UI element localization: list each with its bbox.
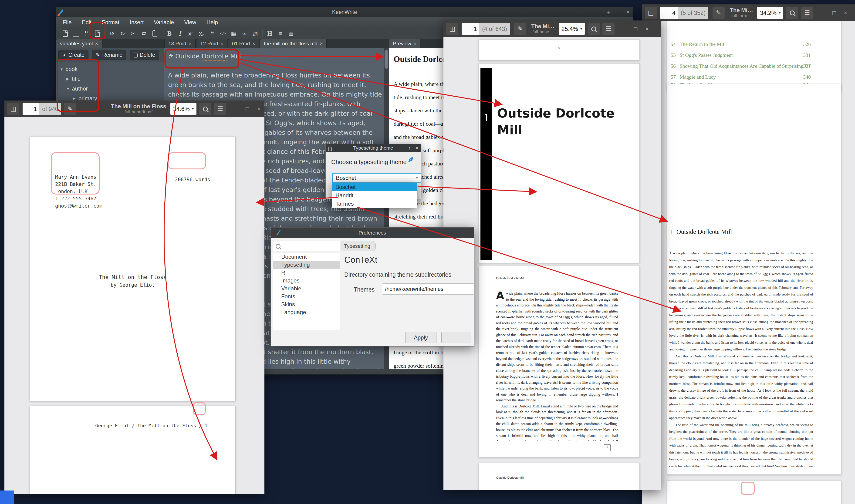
apply-button[interactable]: Apply <box>405 332 437 343</box>
zoom-control[interactable]: 34.6%▾ <box>171 103 196 115</box>
theme-dropdown[interactable]: Boschet ▾ <box>332 173 421 183</box>
category-r[interactable]: R <box>273 269 340 277</box>
blockquote-button[interactable]: ❝ <box>207 29 218 39</box>
menu-help[interactable]: Help <box>207 19 218 25</box>
export-pdf-button[interactable] <box>92 29 103 39</box>
page-number-input[interactable]: 1 <box>462 23 479 35</box>
tab-the-mill-on-the-floss[interactable]: the-mill-on-the-floss.md× <box>260 39 327 48</box>
category-typesetting[interactable]: Typesetting <box>273 261 340 269</box>
menu-file[interactable]: File <box>63 19 72 25</box>
dialog-titlebar[interactable]: Typesetting theme ↑ × <box>326 144 421 152</box>
edit-pencil-button[interactable]: ✎ <box>64 103 76 115</box>
expand-icon[interactable]: ▶ <box>66 77 72 81</box>
pdf-content[interactable]: 54 The Return to the Mill 326 55 St Ogg'… <box>642 21 855 504</box>
maximize-button[interactable]: + <box>607 8 610 16</box>
zoom-control[interactable]: 25.4%▾ <box>559 23 585 35</box>
superscript-button[interactable]: x² <box>185 29 196 39</box>
preferences-search-input[interactable] <box>273 241 342 251</box>
tab-18rmd[interactable]: 18.Rmd× <box>164 39 196 48</box>
close-button[interactable]: × <box>645 25 649 32</box>
maximize-button[interactable]: □ <box>833 10 836 16</box>
delete-variable-button[interactable]: Delete <box>130 50 159 60</box>
expand-icon[interactable]: ▶ <box>73 96 78 101</box>
minimize-button[interactable]: − <box>234 106 238 112</box>
tab-01rmd[interactable]: 01.Rmd× <box>228 39 259 48</box>
minimize-button[interactable]: − <box>622 25 626 32</box>
zoom-control[interactable]: 34.2%▾ <box>757 7 783 19</box>
page-number-input[interactable]: 1 <box>22 103 39 115</box>
category-skins[interactable]: Skins <box>273 301 340 308</box>
code-block-button[interactable]: ▦ <box>228 29 239 39</box>
menu-button[interactable]: ☰ <box>214 103 226 115</box>
expand-icon[interactable]: ▼ <box>60 67 66 71</box>
page-number-control[interactable]: 4 (5 of 352) <box>660 7 708 19</box>
menu-button[interactable]: ☰ <box>602 23 614 35</box>
menu-insert[interactable]: Insert <box>130 19 144 25</box>
edit-pencil-button[interactable]: ✎ <box>514 23 526 35</box>
bold-button[interactable]: B <box>164 29 175 39</box>
category-variable[interactable]: Variable <box>273 285 340 292</box>
ok-button-partial[interactable] <box>441 332 471 343</box>
tab-12rmd[interactable]: 12.Rmd× <box>196 39 228 48</box>
maximize-button[interactable]: ↑ <box>408 145 410 151</box>
menu-view[interactable]: View <box>184 19 196 25</box>
sidebar-toggle-button[interactable]: ◫ <box>645 7 657 19</box>
edit-pencil-button[interactable]: ✎ <box>713 7 725 19</box>
paste-button[interactable] <box>149 29 160 39</box>
page-number-input[interactable]: 4 <box>660 7 678 19</box>
page-number-control[interactable]: 1 (4 of 643) <box>462 23 510 35</box>
new-file-button[interactable] <box>60 29 71 39</box>
search-button[interactable] <box>199 103 211 115</box>
close-button[interactable]: × <box>415 145 418 151</box>
search-button[interactable] <box>786 7 798 19</box>
inline-code-button[interactable]: </> <box>218 29 228 39</box>
maximize-button[interactable]: □ <box>634 25 637 32</box>
minimize-button[interactable]: − <box>821 10 824 16</box>
pdf-content[interactable]: ✳ 1 Outside Dorlcote Mill Outside Dorlco… <box>443 37 661 490</box>
save-button[interactable] <box>81 29 92 39</box>
close-button[interactable]: × <box>626 8 630 16</box>
option-tarmes[interactable]: Tarmes <box>332 200 417 208</box>
link-button[interactable]: ∞ <box>239 29 250 39</box>
tab-variables-yaml[interactable]: variables.yaml× <box>56 39 102 48</box>
search-button[interactable] <box>588 23 600 35</box>
close-tab-icon[interactable]: × <box>189 41 192 47</box>
close-tab-icon[interactable]: × <box>95 41 98 47</box>
expand-icon[interactable]: ▼ <box>66 87 72 91</box>
pdf-content[interactable]: Mary Ann Evans 221B Baker St. London, U.… <box>4 117 264 494</box>
create-variable-button[interactable]: ▲Create <box>58 50 88 60</box>
rename-variable-button[interactable]: ✎Rename <box>92 50 126 60</box>
heading-button[interactable]: H <box>264 29 275 39</box>
category-fonts[interactable]: Fonts <box>273 292 340 301</box>
category-images[interactable]: Images <box>273 277 340 285</box>
close-button[interactable]: × <box>844 10 847 16</box>
page-number-control[interactable]: 1 of 940 <box>22 103 61 115</box>
image-button[interactable]: ▧ <box>250 29 261 39</box>
close-tab-icon[interactable]: × <box>320 41 323 47</box>
menu-variable[interactable]: Variable <box>154 19 174 25</box>
sidebar-toggle-button[interactable]: ◫ <box>446 23 458 35</box>
tree-item-author[interactable]: ▼author <box>60 84 164 93</box>
option-handrit[interactable]: Handrit <box>332 191 417 200</box>
tab-preview[interactable]: Preview× <box>389 39 421 48</box>
menu-format[interactable]: Format <box>102 19 120 25</box>
category-language[interactable]: Language <box>273 308 340 316</box>
keenwrite-titlebar[interactable]: KeenWrite + − × <box>56 7 633 17</box>
preferences-titlebar[interactable]: Preferences <box>271 228 474 238</box>
menu-button[interactable]: ☰ <box>801 7 813 19</box>
scrollbar-thumb[interactable] <box>385 50 388 69</box>
copy-button[interactable]: ⧉ <box>139 29 149 39</box>
close-tab-icon[interactable]: × <box>252 41 255 47</box>
numbered-list-button[interactable]: ≣ <box>286 29 297 39</box>
tree-item-book[interactable]: ▼book <box>60 64 164 74</box>
themes-path-input[interactable]: /home/keenwrite/themes <box>382 283 474 294</box>
bullet-list-button[interactable]: ≡ <box>275 29 286 39</box>
undo-button[interactable]: ↺ <box>107 29 117 39</box>
italic-button[interactable]: I <box>175 29 185 39</box>
sidebar-toggle-button[interactable]: ◫ <box>7 103 19 115</box>
redo-button[interactable]: ↻ <box>117 29 128 39</box>
menu-edit[interactable]: Edit <box>82 19 91 25</box>
subscript-button[interactable]: x₂ <box>196 29 207 39</box>
minimize-button[interactable]: − <box>617 8 620 16</box>
option-boschet[interactable]: Boschet <box>332 183 417 191</box>
